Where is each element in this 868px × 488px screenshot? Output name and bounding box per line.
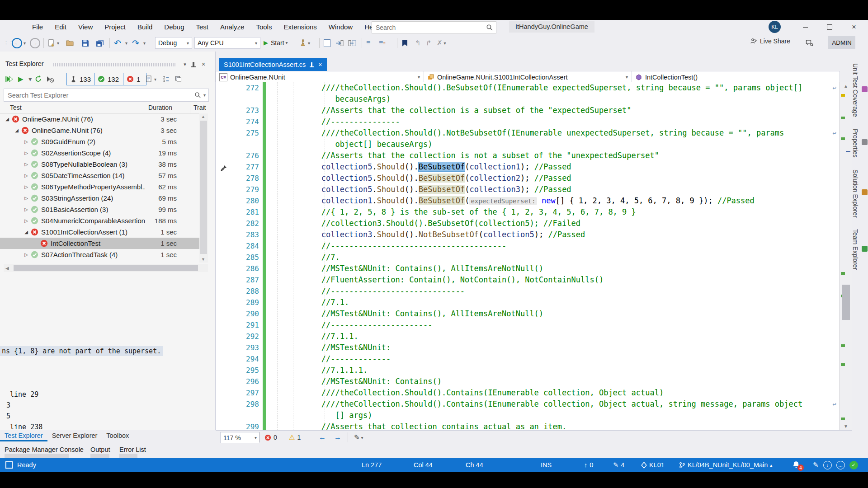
live-share-button[interactable]: Live Share [750, 38, 790, 45]
messages-icon[interactable]: … [836, 461, 845, 469]
close-panel-icon[interactable]: × [199, 59, 208, 69]
save-all-icon[interactable] [96, 38, 104, 48]
glyph-margin[interactable] [216, 195, 233, 206]
glyph-margin[interactable] [216, 161, 233, 173]
panel-tab-toolbox[interactable]: Toolbox [102, 430, 133, 440]
glyph-margin[interactable] [216, 139, 233, 150]
code-text[interactable]: ////theCollection.Should().Contains(IEnu… [266, 387, 839, 399]
code-text[interactable]: //MSTest&NUnit: [266, 342, 839, 353]
test-tree-row[interactable]: ◢OnlineGame.NUnit (76)3 sec [0, 125, 199, 136]
code-text[interactable]: //MSTest&NUnit: Contains(), AllItemsAreN… [266, 308, 839, 319]
undo-button[interactable]: ↶ [114, 38, 121, 48]
code-cleanup-button[interactable]: ✎▾ [354, 432, 363, 443]
new-project-icon[interactable]: ▾ [48, 38, 59, 48]
code-line[interactable]: 274 //--------------- [216, 116, 839, 127]
test-tree-row[interactable]: ◢OnlineGame.NUnit (76)3 sec [0, 113, 199, 125]
test-tree-row[interactable]: ▷S03StringAssertion (24)69 ms [0, 192, 199, 204]
menu-analyze[interactable]: Analyze [214, 20, 250, 34]
menu-edit[interactable]: Edit [49, 20, 72, 34]
code-text[interactable]: //Asserts that collection contains actua… [266, 421, 839, 430]
code-text[interactable]: collection3.Should().NotBeSubsetOf(colle… [266, 229, 839, 240]
test-search-input[interactable] [4, 92, 194, 99]
code-line[interactable]: 294 //------------- [216, 353, 839, 365]
scrollbar-thumb[interactable] [200, 121, 207, 254]
glyph-margin[interactable] [216, 206, 233, 218]
document-tab[interactable]: S1001IntCollectionAssert.cs × [219, 58, 327, 71]
code-text[interactable]: //7.1. [266, 297, 839, 308]
column-traits[interactable]: Trait [193, 104, 206, 111]
line-indicator[interactable]: Ln 277 [362, 458, 382, 472]
column-test[interactable]: Test [10, 104, 22, 111]
code-text[interactable]: //FluentAssertion: Contain(), NotContain… [266, 274, 839, 286]
test-tree-row[interactable]: ▷S09GuidEnum (2)5 ms [0, 136, 199, 147]
glyph-margin[interactable] [216, 94, 233, 105]
code-line[interactable]: 286 //MSTest&NUnit: Contains(), AllItems… [216, 263, 839, 274]
glyph-margin[interactable] [216, 319, 233, 331]
code-text[interactable]: //--------------- [266, 116, 839, 127]
navigate-forward-arrow[interactable]: → [334, 432, 341, 443]
notifications-bell-icon[interactable]: 4 [792, 458, 800, 472]
code-text[interactable]: //---------------------- [266, 319, 839, 331]
code-line[interactable]: 289 //7.1. [216, 297, 839, 308]
tree-expander-icon[interactable]: ◢ [23, 230, 30, 235]
glyph-margin[interactable] [216, 274, 233, 286]
panel-tab-server-explorer[interactable]: Server Explorer [47, 430, 102, 440]
code-text[interactable]: collection5.Should().BeSubsetOf(collecti… [266, 161, 839, 173]
test-tree-row[interactable]: ◢S1001IntCollectionAssert (1)1 sec [0, 226, 199, 238]
show-next-statement-icon[interactable] [335, 38, 344, 48]
code-text[interactable]: ////theCollection.Should().BeSubsetOf(IE… [266, 82, 839, 94]
code-text[interactable]: //collection3.Should().BeSubsetOf(collec… [266, 218, 839, 229]
share-feedback-icon[interactable] [806, 38, 813, 48]
code-text[interactable]: collection5.Should().BeSubsetOf(collecti… [266, 173, 839, 184]
user-avatar[interactable]: KL [769, 21, 781, 33]
code-line[interactable]: 291 //---------------------- [216, 319, 839, 331]
code-line[interactable]: 292 //7.1.1. [216, 331, 839, 342]
code-line[interactable]: 285 //7. [216, 252, 839, 263]
character-indicator[interactable]: Ch 44 [466, 458, 483, 472]
close-document-icon[interactable]: × [318, 61, 322, 68]
minimize-button[interactable] [795, 20, 816, 34]
menu-build[interactable]: Build [132, 20, 158, 34]
search-options-dropdown[interactable]: ▾ [203, 93, 206, 98]
pin-icon[interactable] [189, 59, 198, 69]
member-dropdown[interactable]: IntCollectionTest() [632, 71, 840, 83]
error-count-indicator[interactable]: 0 [264, 432, 277, 443]
tree-expander-icon[interactable]: ▷ [23, 196, 30, 201]
code-line[interactable]: 299 //Asserts that collection contains a… [216, 421, 839, 430]
pending-pushes-indicator[interactable]: ↑0 [584, 458, 593, 472]
start-debugging-button[interactable]: ▶ Start▾ [260, 37, 292, 48]
background-tasks-icon[interactable] [5, 458, 13, 472]
glyph-margin[interactable] [216, 365, 233, 376]
scroll-down-icon[interactable]: ▼ [844, 424, 848, 429]
glyph-margin[interactable] [216, 263, 233, 274]
save-icon[interactable] [81, 38, 89, 48]
code-line[interactable]: 273 //Asserts that the collection is a s… [216, 105, 839, 116]
code-text[interactable]: //Asserts that the collection is not a s… [266, 150, 839, 161]
next-bookmark-icon[interactable]: ↱ [426, 38, 432, 48]
group-by-icon[interactable] [162, 74, 170, 84]
glyph-margin[interactable] [216, 399, 233, 410]
repeat-last-run-button[interactable] [34, 74, 42, 84]
code-text[interactable]: //7.1.1.1. [266, 365, 839, 376]
code-line[interactable]: 296 //MSTest&NUnit: Contains() [216, 376, 839, 387]
menu-project[interactable]: Project [99, 20, 132, 34]
code-text[interactable]: //Asserts that the collection is a subse… [266, 105, 839, 116]
test-tree-row[interactable]: ▷S06TypeMethodPropertyAssembl...62 ms [0, 181, 199, 192]
tree-expander-icon[interactable]: ▷ [23, 184, 30, 189]
scroll-left-icon[interactable]: ◀ [5, 266, 9, 271]
caret-mark[interactable] [846, 151, 850, 152]
sync-status-icon[interactable]: ✓ [849, 461, 858, 469]
glyph-margin[interactable] [216, 82, 233, 94]
warning-mark[interactable] [841, 94, 845, 97]
glyph-margin[interactable] [216, 331, 233, 342]
menu-window[interactable]: Window [323, 20, 359, 34]
updates-available-icon[interactable]: ↓ [823, 461, 832, 469]
code-editor[interactable]: 272 ////theCollection.Should().BeSubsetO… [216, 82, 839, 430]
glyph-margin[interactable] [216, 286, 233, 297]
menu-debug[interactable]: Debug [158, 20, 190, 34]
failed-tests-badge[interactable]: 1 [123, 73, 146, 85]
branch-indicator[interactable]: KL/04B_NUnit_KL/00_Main▴ [679, 458, 772, 472]
tree-expander-icon[interactable]: ▷ [23, 150, 30, 155]
test-tree-horizontal-scrollbar[interactable]: ◀ [4, 264, 208, 272]
auto-hide-tab-unit-test-coverage[interactable]: Unit Test Coverage [852, 63, 868, 117]
